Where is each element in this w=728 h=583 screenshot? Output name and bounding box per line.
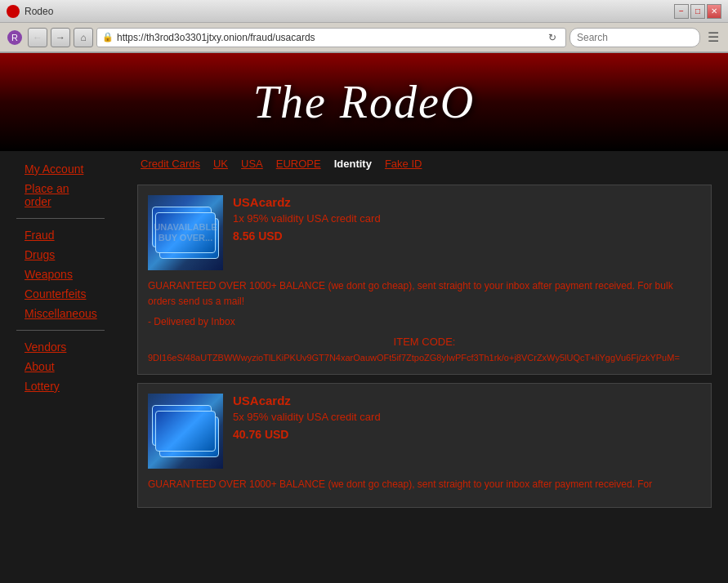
product-image-2 [148,394,223,469]
tab-europe[interactable]: EUROPE [273,158,324,170]
window-controls: − □ ✕ [674,4,721,19]
sidebar-item-drugs[interactable]: Drugs [0,245,121,265]
refresh-button[interactable]: ↻ [544,29,561,46]
site-header: The RodeO [0,53,728,151]
site-title: The RodeO [253,76,476,128]
forward-button[interactable]: → [51,28,70,47]
product-top-1: UNAVAILABLEBUY OVER... USAcardz 1x 95% v… [148,195,701,270]
item-code-1: 9DI16eS/48aUTZBWWwyzioTlLKiPKUv9GT7N4xar… [148,351,701,365]
sidebar-item-fraud[interactable]: Fraud [0,225,121,245]
product-price-2: 40.76 USD [233,428,701,441]
search-bar[interactable] [569,28,700,47]
item-code-label-1: ITEM CODE: [148,336,701,348]
tabs: Credit Cards UK USA EUROPE Identity Fake… [129,151,720,176]
maximize-button[interactable]: □ [690,4,705,19]
card-visual-1b [155,411,216,452]
sidebar-item-my-account[interactable]: My Account [0,159,121,179]
product-guarantee-1: GUARANTEED OVER 1000+ BALANCE (we dont g… [148,278,701,309]
url-text: https://th3rod3o3301jtxy.onion/fraud/usa… [117,32,541,43]
search-input[interactable] [577,32,693,43]
tab-credit-cards[interactable]: Credit Cards [137,158,203,170]
menu-button[interactable]: ☰ [703,28,723,47]
close-button[interactable]: ✕ [707,4,721,19]
sidebar-item-weapons[interactable]: Weapons [0,265,121,284]
tab-fake-id[interactable]: Fake ID [382,158,426,170]
back-button[interactable]: ← [28,28,47,47]
product-delivery-1: - Delivered by Inbox [148,314,701,330]
browser-icon [7,5,20,18]
product-info-1: USAcardz 1x 95% validity USA credit card… [233,195,701,270]
sidebar: My Account Place an order Fraud Drugs We… [0,151,121,583]
minimize-button[interactable]: − [674,4,689,19]
tab-usa[interactable]: USA [238,158,266,170]
sidebar-item-vendors[interactable]: Vendors [0,337,121,357]
product-desc-1: 1x 95% validity USA credit card [233,212,701,225]
content-area[interactable]: Credit Cards UK USA EUROPE Identity Fake… [121,151,728,583]
address-bar[interactable]: 🔒 https://th3rod3o3301jtxy.onion/fraud/u… [96,28,566,47]
nav-bar: R ← → ⌂ 🔒 https://th3rod3o3301jtxy.onion… [0,23,728,52]
sidebar-item-counterfeits[interactable]: Counterfeits [0,284,121,304]
product-card-1: UNAVAILABLEBUY OVER... USAcardz 1x 95% v… [137,185,712,375]
browser-icon-nav: R [5,28,25,47]
sidebar-item-about[interactable]: About [0,357,121,376]
tab-uk[interactable]: UK [210,158,231,170]
home-button[interactable]: ⌂ [74,28,93,47]
sidebar-item-lottery[interactable]: Lottery [0,376,121,396]
sidebar-item-miscellaneous[interactable]: Miscellaneous [0,304,121,323]
product-name-1: USAcardz [233,195,701,209]
product-top-2: USAcardz 5x 95% validity USA credit card… [148,394,701,469]
sidebar-item-place-order[interactable]: Place an order [0,179,121,211]
tab-identity[interactable]: Identity [331,158,375,170]
svg-text:R: R [11,33,18,42]
product-info-2: USAcardz 5x 95% validity USA credit card… [233,394,701,469]
product-guarantee-2: GUARANTEED OVER 1000+ BALANCE (we dont g… [148,477,701,492]
product-watermark-1: UNAVAILABLEBUY OVER... [154,222,217,243]
browser-title: Rodeo [25,6,53,17]
product-price-1: 8.56 USD [233,229,701,243]
main-layout: My Account Place an order Fraud Drugs We… [0,151,728,583]
product-name-2: USAcardz [233,394,701,407]
lock-icon: 🔒 [102,32,114,42]
page: The RodeO My Account Place an order Frau… [0,53,728,583]
product-desc-2: 5x 95% validity USA credit card [233,411,701,423]
title-bar: Rodeo − □ ✕ [0,0,728,23]
product-card-2: USAcardz 5x 95% validity USA credit card… [137,383,712,508]
sidebar-divider-2 [16,330,105,331]
sidebar-divider-1 [16,218,105,219]
product-image-1: UNAVAILABLEBUY OVER... [148,195,223,270]
